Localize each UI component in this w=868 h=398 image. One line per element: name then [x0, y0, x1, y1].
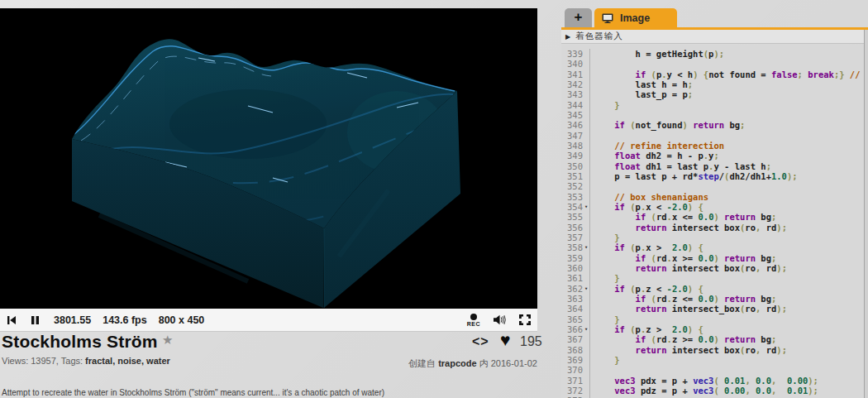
line-number: 350 — [561, 161, 583, 171]
code-line[interactable]: 368 return intersect_box(ro, rd); — [561, 345, 864, 355]
fold-arrow-icon[interactable]: ▾ — [583, 324, 589, 334]
record-button[interactable]: REC — [467, 314, 480, 327]
line-number: 349 — [561, 151, 583, 161]
fullscreen-button[interactable] — [519, 314, 531, 325]
fold-spacer — [583, 110, 589, 120]
fold-spacer — [583, 263, 589, 273]
code-line[interactable]: 362▾ if (p.z < -2.0) { — [561, 284, 864, 294]
code-line[interactable]: 349 float dh2 = h - p.y; — [561, 151, 864, 161]
fold-spacer — [583, 334, 589, 344]
editor-scrollbar[interactable] — [864, 30, 868, 398]
code-line[interactable]: 346 if (not_found) return bg; — [561, 120, 864, 130]
line-number: 353 — [561, 192, 583, 202]
playback-time[interactable]: 3801.55 — [54, 314, 91, 326]
code-line[interactable]: 355 if (rd.x <= 0.0) return bg; — [561, 212, 864, 222]
code-line[interactable]: 360 return intersect_box(ro, rd); — [561, 263, 864, 273]
line-number: 348 — [561, 141, 583, 151]
line-number: 366 — [561, 324, 583, 334]
shader-canvas[interactable] — [0, 8, 537, 309]
line-number: 340 — [561, 59, 583, 69]
code-line[interactable]: 359 if (rd.x >= 0.0) return bg; — [561, 253, 864, 263]
line-number: 371 — [561, 376, 583, 386]
pause-button[interactable] — [31, 315, 40, 325]
code-text: last_p = p; — [589, 89, 864, 99]
code-text: h = getHeight(p); — [589, 49, 864, 59]
author-link[interactable]: trapcode — [438, 358, 476, 368]
line-number: 356 — [561, 223, 583, 233]
fold-arrow-icon[interactable]: ▾ — [583, 284, 589, 294]
fold-arrow-icon[interactable]: ▾ — [583, 202, 589, 212]
code-line[interactable]: 364 return intersect_box(ro, rd); — [561, 304, 864, 314]
favorite-star-icon[interactable]: ★ — [162, 333, 173, 348]
code-text: if (not_found) return bg; — [589, 120, 864, 130]
like-heart-icon[interactable]: ♥ — [500, 330, 510, 350]
line-number: 362 — [561, 284, 583, 294]
code-line[interactable]: 353 // box shenanigans — [561, 192, 864, 202]
code-line[interactable]: 370 — [561, 365, 864, 375]
code-lines: 339 h = getHeight(p);340341 if (p.y < h)… — [561, 45, 864, 398]
code-line[interactable]: 354▾ if (p.x < -2.0) { — [561, 202, 864, 212]
fold-spacer — [583, 59, 589, 69]
code-line[interactable]: 342 last_h = h; — [561, 79, 864, 89]
fold-spacer — [583, 223, 589, 233]
tab-image[interactable]: Image — [594, 8, 677, 27]
code-text: if (p.z > 2.0) { — [589, 324, 864, 334]
code-line[interactable]: 351 p = last_p + rd*step/(dh2/dh1+1.0); — [561, 171, 864, 181]
code-line[interactable]: 366▾ if (p.z > 2.0) { — [561, 324, 864, 334]
line-number: 351 — [561, 171, 583, 181]
fold-spacer — [583, 345, 589, 355]
code-line[interactable]: 350 float dh1 = last_p.y - last_h; — [561, 161, 864, 171]
code-line[interactable]: 348 // refine interection — [561, 141, 864, 151]
line-number: 369 — [561, 355, 583, 365]
rewind-button[interactable] — [7, 315, 17, 325]
line-number: 363 — [561, 294, 583, 304]
tag-links[interactable]: fractal, noise, water — [85, 356, 170, 366]
code-text: if (p.x > 2.0) { — [589, 242, 864, 252]
code-line[interactable]: 347 — [561, 131, 864, 141]
code-line[interactable]: 340 — [561, 59, 864, 69]
code-line[interactable]: 345 — [561, 110, 864, 120]
code-line[interactable]: 369 } — [561, 355, 864, 365]
fold-arrow-icon[interactable]: ▾ — [583, 242, 589, 252]
code-line[interactable]: 372 vec3 pdz = p + vec3( 0.00, 0.0, 0.01… — [561, 386, 864, 396]
embed-button[interactable]: <> — [472, 334, 489, 349]
code-line[interactable]: 341 if (p.y < h) {not_found = false; bre… — [561, 70, 864, 79]
fold-spacer — [583, 314, 589, 324]
byline-mid: 内 — [477, 358, 491, 368]
code-line[interactable]: 365 } — [561, 314, 864, 324]
code-line[interactable]: 356 return intersect_box(ro, rd); — [561, 223, 864, 233]
caret-right-icon: ▶ — [565, 33, 570, 41]
code-line[interactable]: 358▾ if (p.x > 2.0) { — [561, 242, 864, 252]
add-tab-button[interactable]: + — [565, 8, 592, 27]
code-text: float dh1 = last_p.y - last_h; — [589, 161, 864, 171]
code-text: // refine interection — [589, 141, 864, 151]
fold-spacer — [583, 171, 589, 181]
code-line[interactable]: 339 h = getHeight(p); — [561, 49, 864, 59]
code-line[interactable]: 344 } — [561, 100, 864, 110]
shader-inputs-label: 着色器输入 — [575, 31, 623, 42]
fold-spacer — [583, 212, 589, 222]
line-number: 368 — [561, 345, 583, 355]
code-line[interactable]: 371 vec3 pdx = p + vec3( 0.01, 0.0, 0.00… — [561, 376, 864, 386]
code-text: if (p.x < -2.0) { — [589, 202, 864, 212]
code-line[interactable]: 367 if (rd.z >= 0.0) return bg; — [561, 334, 864, 344]
volume-button[interactable] — [493, 314, 506, 325]
fps-counter: 143.6 fps — [103, 314, 147, 326]
fold-spacer — [583, 376, 589, 386]
fold-spacer — [583, 79, 589, 89]
line-number: 361 — [561, 273, 583, 283]
fold-spacer — [583, 365, 589, 375]
code-line[interactable]: 357 } — [561, 233, 864, 242]
code-text: } — [589, 233, 864, 242]
monitor-icon — [602, 13, 613, 23]
code-line[interactable]: 343 last_p = p; — [561, 89, 864, 99]
code-line[interactable]: 361 } — [561, 273, 864, 283]
code-editor[interactable]: 339 h = getHeight(p);340341 if (p.y < h)… — [561, 45, 864, 398]
shader-inputs-toggle[interactable]: ▶ 着色器输入 — [561, 30, 868, 44]
code-line[interactable]: 363 if (rd.z <= 0.0) return bg; — [561, 294, 864, 304]
code-text: return intersect_box(ro, rd); — [589, 263, 864, 273]
line-number: 339 — [561, 49, 583, 59]
code-line[interactable]: 352 — [561, 181, 864, 191]
code-text: return intersect_box(ro, rd); — [589, 223, 864, 233]
line-number: 341 — [561, 70, 583, 79]
